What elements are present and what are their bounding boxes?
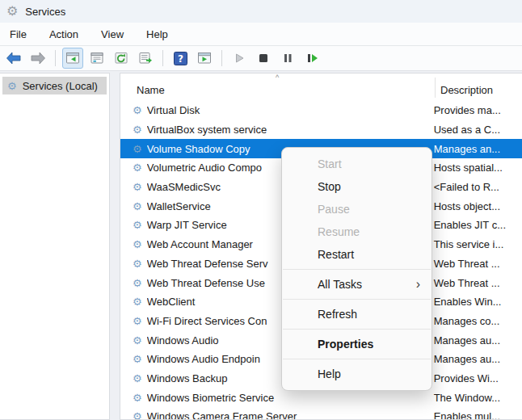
menu-action[interactable]: Action <box>49 25 90 44</box>
service-gear-icon: ⚙ <box>133 105 142 116</box>
refresh-button[interactable] <box>111 48 132 69</box>
context-menu-item-start[interactable]: Start <box>282 153 431 175</box>
service-gear-icon: ⚙ <box>133 201 142 212</box>
service-description: Manages co... <box>427 315 522 327</box>
menu-item-label: Restart <box>318 248 420 261</box>
context-menu-separator <box>283 269 431 270</box>
service-gear-icon: ⚙ <box>133 411 142 419</box>
service-description: Manages au... <box>427 353 522 365</box>
column-divider[interactable] <box>435 78 436 98</box>
service-description: This service i... <box>427 238 522 250</box>
stop-service-button[interactable] <box>253 48 274 69</box>
menu-item-label: All Tasks <box>318 278 416 291</box>
properties-button[interactable] <box>86 48 107 69</box>
restart-icon <box>305 51 319 65</box>
help-button[interactable]: ? <box>170 48 191 69</box>
service-gear-icon: ⚙ <box>133 373 142 384</box>
menu-item-label: Resume <box>318 225 420 238</box>
service-description: Used as a C... <box>427 124 522 136</box>
pause-service-button[interactable] <box>277 48 298 69</box>
toolbar: ? <box>0 46 522 71</box>
context-menu-item-pause[interactable]: Pause <box>282 198 431 220</box>
menu-item-label: Stop <box>318 180 420 193</box>
toolbar-separator <box>221 50 222 66</box>
context-menu-separator <box>283 359 431 359</box>
service-gear-icon: ⚙ <box>133 220 142 230</box>
service-gear-icon: ⚙ <box>133 239 142 250</box>
back-button[interactable] <box>3 48 24 69</box>
menu-file[interactable]: File <box>10 25 38 44</box>
show-console-tree-button[interactable] <box>62 48 83 69</box>
service-description: Web Threat ... <box>427 258 522 270</box>
pause-icon <box>280 51 295 65</box>
tree-item-label: Services (Local) <box>23 80 98 92</box>
menu-item-label: Refresh <box>318 308 420 321</box>
context-menu-separator <box>283 299 431 300</box>
service-description: Hosts object... <box>427 200 522 212</box>
service-gear-icon: ⚙ <box>133 144 142 154</box>
title-bar: ⚙ Services <box>0 0 522 23</box>
console-tree-pane: ⚙ Services (Local) <box>0 73 110 420</box>
action-pane-icon <box>197 51 212 65</box>
forward-button[interactable] <box>27 48 48 69</box>
service-name: Windows Biometric Service <box>147 392 427 404</box>
service-description: Enables mul... <box>427 410 522 419</box>
column-header-name[interactable]: Name <box>137 84 165 96</box>
stop-icon <box>256 51 271 65</box>
context-menu: Start Stop Pause Resume Restart All Task… <box>281 147 432 391</box>
service-description: Enables Win... <box>427 296 522 308</box>
menu-bar: File Action View Help <box>0 23 522 46</box>
console-tree-icon <box>65 51 80 65</box>
app-gear-icon: ⚙ <box>6 5 18 18</box>
menu-view[interactable]: View <box>101 25 135 44</box>
tree-item-services-local[interactable]: ⚙ Services (Local) <box>2 77 107 94</box>
menu-item-label: Help <box>318 368 420 380</box>
menu-item-label: Properties <box>318 338 420 351</box>
context-menu-item-stop[interactable]: Stop <box>282 175 431 198</box>
toolbar-separator <box>55 50 56 66</box>
start-service-button[interactable] <box>229 48 250 69</box>
service-gear-icon: ⚙ <box>133 296 142 307</box>
forward-arrow-icon <box>30 51 46 65</box>
column-header-description[interactable]: Description <box>440 84 493 96</box>
service-description: Enables JIT c... <box>427 219 522 231</box>
service-row-windows-camera-frame-server[interactable]: ⚙ Windows Camera Frame Server Enables mu… <box>120 407 522 419</box>
service-row-virtualbox-system-service[interactable]: ⚙ VirtualBox system service Used as a C.… <box>120 120 522 140</box>
service-gear-icon: ⚙ <box>133 393 142 403</box>
context-menu-item-refresh[interactable]: Refresh <box>282 303 431 326</box>
service-gear-icon: ⚙ <box>133 335 142 346</box>
services-gear-icon: ⚙ <box>7 81 17 91</box>
start-icon <box>232 51 246 65</box>
restart-service-button[interactable] <box>301 48 322 69</box>
service-description: <Failed to R... <box>427 181 522 193</box>
refresh-icon <box>114 51 128 65</box>
service-description: The Window... <box>427 392 522 404</box>
menu-item-label: Pause <box>318 203 420 216</box>
window-title: Services <box>25 6 65 18</box>
service-description: Manages au... <box>427 334 522 346</box>
service-gear-icon: ⚙ <box>133 354 142 364</box>
svg-text:?: ? <box>178 52 183 64</box>
service-description: Provides ma... <box>427 104 522 116</box>
context-menu-item-properties[interactable]: Properties <box>282 333 431 355</box>
service-gear-icon: ⚙ <box>133 182 142 192</box>
service-description: Manages an... <box>427 143 522 155</box>
service-description: Provides Wi... <box>427 372 522 384</box>
service-gear-icon: ⚙ <box>133 278 142 288</box>
menu-item-label: Start <box>318 158 420 170</box>
service-name: Virtual Disk <box>147 104 427 116</box>
context-menu-item-all-tasks[interactable]: All Tasks › <box>282 273 431 296</box>
context-menu-item-resume[interactable]: Resume <box>282 220 431 243</box>
context-menu-item-help[interactable]: Help <box>282 363 431 385</box>
show-action-pane-button[interactable] <box>194 48 215 69</box>
properties-icon <box>90 51 104 65</box>
back-arrow-icon <box>6 51 22 65</box>
context-menu-item-restart[interactable]: Restart <box>282 243 431 266</box>
service-row-virtual-disk[interactable]: ⚙ Virtual Disk Provides ma... <box>120 101 522 120</box>
toolbar-separator <box>162 50 163 66</box>
help-icon: ? <box>173 51 188 66</box>
export-list-button[interactable] <box>135 48 156 69</box>
menu-help[interactable]: Help <box>146 25 179 44</box>
service-gear-icon: ⚙ <box>133 124 142 135</box>
list-header: Name ^ Description <box>120 74 522 101</box>
